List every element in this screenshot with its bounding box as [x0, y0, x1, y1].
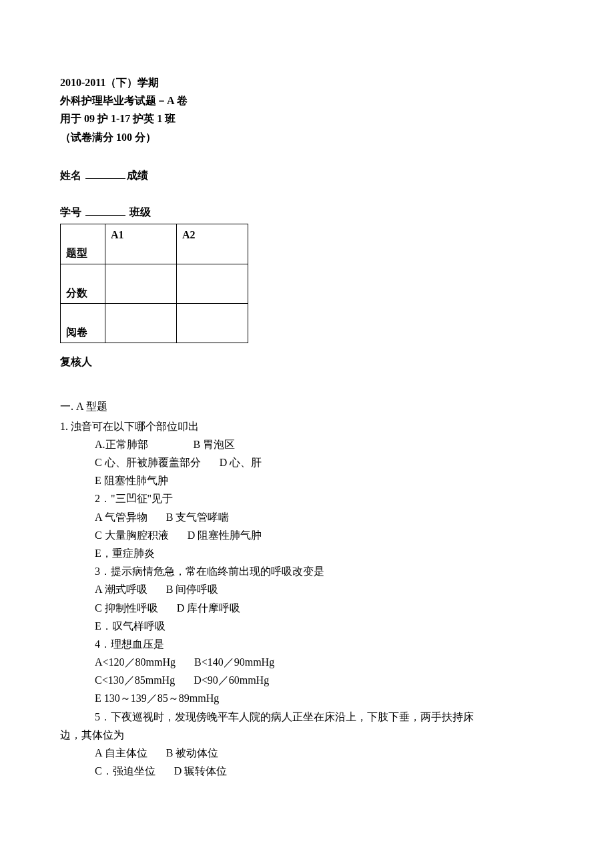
header-line-3: 用于 09 护 1-17 护英 1 班 — [60, 110, 554, 128]
cell-type: 题型 — [61, 224, 105, 264]
cell-a2: A2 — [177, 224, 248, 264]
table-row: 分数 — [61, 264, 248, 303]
cell-empty — [177, 303, 248, 343]
header-line-4: （试卷满分 100 分） — [60, 128, 554, 146]
q2-a: A 气管异物 — [95, 511, 147, 523]
q2-d: D 阻塞性肺气肿 — [188, 529, 262, 541]
q5-c: C．强迫坐位 — [95, 765, 156, 777]
cell-empty — [105, 264, 177, 303]
cell-a1: A1 — [105, 224, 177, 264]
q3-stem: 3．提示病情危急，常在临终前出现的呼吸改变是 — [60, 562, 554, 580]
q1-opts-cd: C 心、肝被肺覆盖部分D 心、肝 — [60, 453, 554, 471]
name-score-line: 姓名 成绩 — [60, 166, 554, 184]
table-row: 题型 A1 A2 — [61, 224, 248, 264]
q3-opts-ab: A 潮式呼吸B 间停呼吸 — [60, 580, 554, 598]
q4-d: D<90／60mmHg — [194, 674, 269, 686]
q5-b: B 被动体位 — [166, 747, 219, 758]
student-id-label: 学号 — [60, 206, 81, 218]
q2-b: B 支气管哮喘 — [166, 511, 230, 523]
q1-opts-ab: A.正常肺部B 胃泡区 — [60, 435, 554, 453]
q4-opts-cd: C<130／85mmHgD<90／60mmHg — [60, 671, 554, 689]
q4-stem: 4．理想血压是 — [60, 635, 554, 653]
q1-a: A.正常肺部 — [95, 439, 148, 450]
q3-c: C 抑制性呼吸 — [95, 602, 158, 614]
q4-b: B<140／90mmHg — [194, 656, 274, 668]
cell-score: 分数 — [61, 264, 105, 303]
cell-empty — [105, 303, 177, 343]
section-a-title: 一. A 型题 — [60, 397, 554, 415]
q2-stem: 2．"三凹征"见于 — [60, 489, 554, 507]
reviewer-label: 复核人 — [60, 353, 554, 371]
q2-c: C 大量胸腔积液 — [95, 529, 169, 541]
q1-c: C 心、肝被肺覆盖部分 — [95, 457, 201, 468]
cell-empty — [177, 264, 248, 303]
q2-opts-cd: C 大量胸腔积液D 阻塞性肺气肿 — [60, 526, 554, 544]
q1-e: E 阻塞性肺气肿 — [60, 471, 554, 489]
cell-grader: 阅卷 — [61, 303, 105, 343]
q3-b: B 间停呼吸 — [166, 584, 219, 595]
q5-stem-1: 5．下夜巡视时，发现傍晚平车人院的病人正坐在床沿上，下肢下垂，两手扶持床 — [60, 708, 554, 726]
q4-opts-ab: A<120／80mmHgB<140／90mmHg — [60, 653, 554, 671]
q5-a: A 自主体位 — [95, 747, 147, 758]
q4-a: A<120／80mmHg — [95, 656, 176, 668]
id-class-line: 学号 班级 — [60, 203, 554, 221]
q5-opts-cd: C．强迫坐位D 辗转体位 — [60, 762, 554, 780]
q3-e: E．叹气样呼吸 — [60, 617, 554, 635]
q3-a: A 潮式呼吸 — [95, 584, 147, 595]
q5-stem-2: 边，其体位为 — [60, 726, 554, 744]
q3-opts-cd: C 抑制性呼吸D 库什摩呼吸 — [60, 599, 554, 617]
q2-e: E，重症肺炎 — [60, 544, 554, 562]
score-table: 题型 A1 A2 分数 阅卷 — [60, 224, 248, 343]
id-blank — [85, 204, 125, 216]
q2-opts-ab: A 气管异物B 支气管哮喘 — [60, 508, 554, 526]
q4-c: C<130／85mmHg — [95, 674, 175, 686]
score-label: 成绩 — [127, 170, 148, 181]
q5-opts-ab: A 自主体位B 被动体位 — [60, 744, 554, 762]
q1-b: B 胃泡区 — [194, 439, 236, 450]
q1-d: D 心、肝 — [220, 457, 262, 468]
q4-e: E 130～139／85～89mmHg — [60, 689, 554, 707]
class-label: 班级 — [129, 206, 151, 218]
name-blank — [85, 168, 125, 179]
header-line-1: 2010-2011（下）学期 — [60, 73, 554, 91]
table-row: 阅卷 — [61, 303, 248, 343]
name-label: 姓名 — [60, 170, 81, 181]
header-line-2: 外科护理毕业考试题－A 卷 — [60, 91, 554, 110]
q1-stem: 1. 浊音可在以下哪个部位叩出 — [60, 417, 554, 435]
q3-d: D 库什摩呼吸 — [177, 602, 241, 614]
q5-d: D 辗转体位 — [174, 765, 228, 777]
